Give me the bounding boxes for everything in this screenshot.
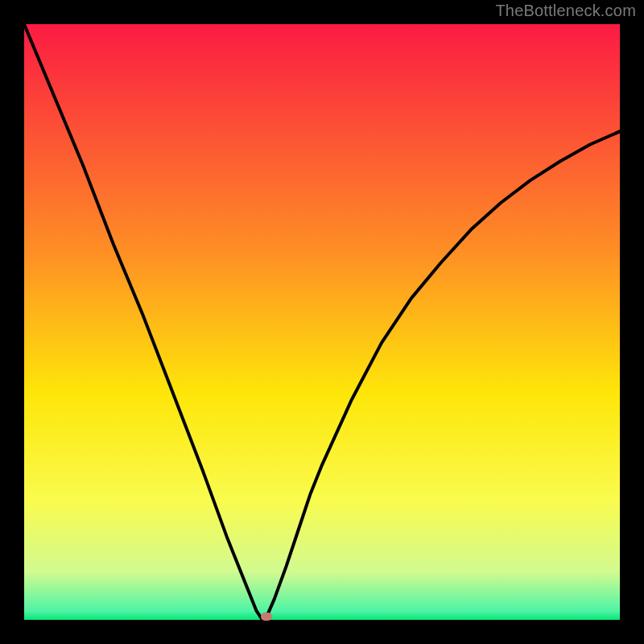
chart-svg — [24, 24, 620, 620]
gradient-background — [24, 24, 620, 620]
optimal-point-marker — [261, 613, 272, 621]
watermark-text: TheBottleneck.com — [495, 2, 636, 20]
plot-area — [24, 24, 620, 620]
chart-frame: TheBottleneck.com — [0, 0, 644, 644]
